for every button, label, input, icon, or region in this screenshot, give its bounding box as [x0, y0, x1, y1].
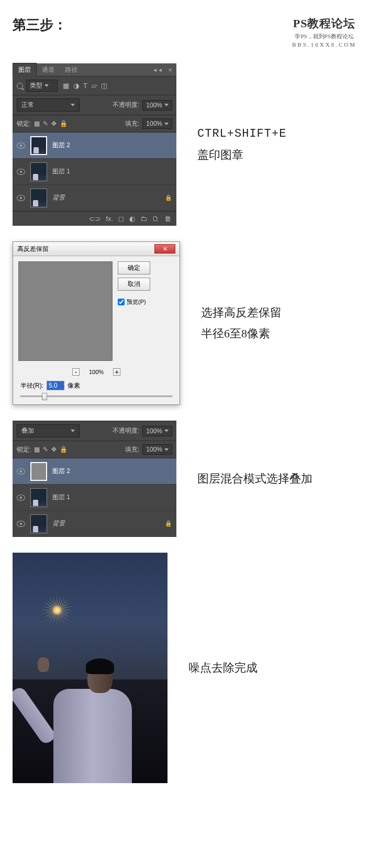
new-layer-icon[interactable]: 🗋	[152, 215, 159, 223]
lock-all-icon[interactable]: 🔒	[60, 120, 68, 127]
slider-thumb[interactable]	[42, 393, 47, 400]
lock-icon: 🔒	[165, 520, 172, 527]
brand-subtitle: 学PS，就到PS教程论坛	[292, 32, 356, 40]
caption-text: 盖印图章	[197, 145, 286, 166]
filter-text-icon[interactable]: T	[83, 82, 87, 90]
cancel-button[interactable]: 取消	[118, 278, 150, 291]
close-button[interactable]: ✕	[154, 244, 175, 254]
caption-block: 噪点去除完成	[188, 657, 258, 678]
result-photo	[13, 553, 167, 783]
filter-smart-icon[interactable]: ◫	[101, 82, 107, 90]
lock-position-icon[interactable]: ✥	[51, 446, 57, 453]
trash-icon[interactable]: 🗑	[164, 215, 171, 223]
sparkler-effect	[31, 584, 83, 636]
opacity-label: 不透明度:	[113, 426, 139, 435]
person-figure	[43, 636, 137, 783]
search-icon	[17, 83, 23, 89]
lock-transparent-icon[interactable]: ▩	[34, 446, 40, 453]
caption-block: 选择高反差保留 半径6至8像素	[201, 302, 282, 344]
layer-name: 图层 2	[52, 467, 70, 476]
close-icon[interactable]: ✕	[168, 67, 172, 73]
caption-text: 半径6至8像素	[201, 323, 282, 344]
layers-panel-overlay: 叠加 不透明度: 100% 锁定: ▩ ✎ ✥ 🔒 填充: 100%	[13, 421, 176, 537]
layer-name: 图层 2	[52, 141, 70, 150]
layer-thumbnail[interactable]	[30, 462, 47, 481]
radius-slider[interactable]	[20, 395, 172, 397]
radius-unit: 像素	[68, 381, 80, 390]
filter-shape-icon[interactable]: ▱	[92, 82, 97, 90]
fill-label: 填充:	[125, 445, 139, 454]
caption-text: 噪点去除完成	[188, 657, 258, 678]
radius-input[interactable]: 5.0	[47, 381, 64, 390]
filter-type-dropdown[interactable]: 类型	[26, 80, 58, 92]
shortcut-text: CTRL+SHIFT+E	[197, 124, 286, 145]
lock-label: 锁定:	[17, 445, 31, 454]
filter-image-icon[interactable]: ▦	[63, 82, 69, 90]
folder-icon[interactable]: 🗀	[140, 215, 147, 223]
tab-paths[interactable]: 路径	[60, 63, 83, 76]
visibility-icon[interactable]	[17, 495, 25, 501]
dialog-title: 高反差保留	[17, 245, 49, 254]
layer-thumbnail[interactable]	[30, 136, 47, 155]
layer-row[interactable]: 图层 2	[13, 458, 176, 485]
opacity-value[interactable]: 100%	[142, 100, 172, 111]
blend-mode-dropdown[interactable]: 正常	[17, 98, 80, 112]
layer-name: 图层 1	[52, 493, 70, 502]
visibility-icon[interactable]	[17, 142, 25, 149]
preview-checkbox[interactable]	[118, 299, 125, 305]
zoom-value: 100%	[89, 369, 104, 375]
caption-text: 选择高反差保留	[201, 302, 282, 323]
lock-label: 锁定:	[17, 119, 31, 128]
layer-thumbnail[interactable]	[30, 488, 47, 507]
layers-panel: 图层 通道 路径 ◄◄ ✕ 类型 ▦ ◑ T ▱ ◫	[13, 63, 176, 226]
caption-block: CTRL+SHIFT+E 盖印图章	[197, 124, 286, 165]
fx-icon[interactable]: fx.	[106, 215, 113, 223]
brand-url: BBS.16XX8.COM	[292, 41, 356, 48]
preview-image	[18, 261, 113, 361]
preview-label: 预览(P)	[127, 298, 146, 306]
tab-layers[interactable]: 图层	[13, 63, 37, 76]
layer-row[interactable]: 图层 1	[13, 485, 176, 511]
fill-value[interactable]: 100%	[142, 118, 172, 129]
blend-mode-dropdown[interactable]: 叠加	[17, 424, 80, 437]
lock-brush-icon[interactable]: ✎	[43, 120, 48, 127]
ok-button[interactable]: 确定	[118, 261, 150, 274]
visibility-icon[interactable]	[17, 169, 25, 175]
lock-position-icon[interactable]: ✥	[51, 120, 57, 127]
zoom-in-button[interactable]: +	[113, 368, 120, 376]
layer-name: 图层 1	[52, 167, 70, 176]
layer-row[interactable]: 背景 🔒	[13, 511, 176, 537]
opacity-label: 不透明度:	[113, 101, 139, 109]
mask-icon[interactable]: ◻	[118, 215, 124, 223]
filter-adjust-icon[interactable]: ◑	[73, 82, 79, 90]
zoom-out-button[interactable]: -	[72, 368, 80, 376]
radius-label: 半径(R):	[20, 381, 43, 390]
layer-row[interactable]: 背景 🔒	[13, 185, 176, 211]
visibility-icon[interactable]	[17, 521, 25, 527]
lock-all-icon[interactable]: 🔒	[60, 446, 68, 453]
layer-name: 背景	[52, 193, 65, 202]
layer-thumbnail[interactable]	[30, 162, 47, 181]
opacity-value[interactable]: 100%	[142, 426, 172, 436]
collapse-icon[interactable]: ◄◄	[152, 67, 163, 73]
layer-thumbnail[interactable]	[30, 514, 47, 533]
caption-block: 图层混合模式选择叠加	[197, 468, 312, 489]
lock-transparent-icon[interactable]: ▩	[34, 120, 40, 127]
layer-thumbnail[interactable]	[30, 189, 47, 207]
visibility-icon[interactable]	[17, 468, 25, 475]
layer-row[interactable]: 图层 1	[13, 159, 176, 185]
adjustment-icon[interactable]: ◐	[129, 215, 135, 223]
caption-text: 图层混合模式选择叠加	[197, 468, 312, 489]
layer-row[interactable]: 图层 2	[13, 133, 176, 159]
brand-title: PS教程论坛	[292, 16, 356, 31]
lock-icon: 🔒	[165, 194, 172, 201]
fill-value[interactable]: 100%	[142, 444, 172, 455]
lock-brush-icon[interactable]: ✎	[43, 446, 48, 453]
highpass-dialog: 高反差保留 ✕ 确定 取消 预览(P) - 100%	[13, 241, 180, 405]
layer-name: 背景	[52, 519, 65, 528]
visibility-icon[interactable]	[17, 195, 25, 201]
link-icon[interactable]: ⊂⊃	[89, 215, 100, 223]
step-title: 第三步：	[13, 16, 67, 34]
fill-label: 填充:	[125, 119, 139, 128]
tab-channels[interactable]: 通道	[37, 63, 60, 76]
